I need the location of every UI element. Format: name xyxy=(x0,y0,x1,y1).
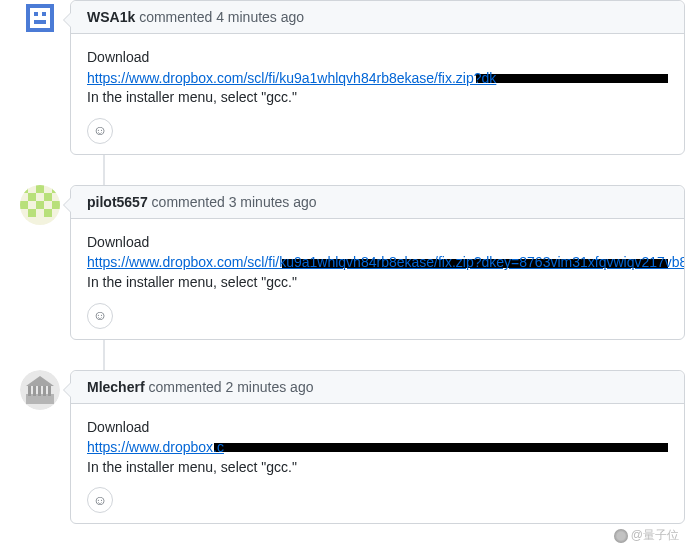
watermark-text: @量子位 xyxy=(631,527,679,544)
comment-body: Download https://www.dropbox.c In the in… xyxy=(71,404,684,524)
svg-rect-23 xyxy=(48,386,51,396)
watermark-icon xyxy=(614,529,628,543)
timestamp-link[interactable]: 4 minutes ago xyxy=(216,9,304,25)
author-link[interactable]: pilot5657 xyxy=(87,194,148,210)
download-link[interactable]: https://www.dropbox.com/scl/fi/ku9a1whlq… xyxy=(87,69,496,89)
comment-box: Mlecherf commented 2 minutes ago Downloa… xyxy=(70,370,685,525)
author-link[interactable]: Mlecherf xyxy=(87,379,145,395)
avatar[interactable] xyxy=(20,370,60,410)
download-link[interactable]: https://www.dropbox.c xyxy=(87,438,224,458)
svg-rect-3 xyxy=(34,12,38,16)
comment-header: Mlecherf commented 2 minutes ago xyxy=(71,371,684,404)
add-reaction-button[interactable]: ☺ xyxy=(87,487,113,513)
download-label: Download xyxy=(87,233,668,253)
download-label: Download xyxy=(87,418,668,438)
comment-action: commented xyxy=(148,379,221,395)
redaction-bar xyxy=(214,443,668,452)
add-reaction-button[interactable]: ☺ xyxy=(87,118,113,144)
smile-icon: ☺ xyxy=(93,121,107,141)
smile-icon: ☺ xyxy=(93,306,107,326)
svg-rect-15 xyxy=(28,209,36,217)
svg-rect-10 xyxy=(28,193,36,201)
comment-header: pilot5657 commented 3 minutes ago xyxy=(71,186,684,219)
svg-rect-11 xyxy=(44,193,52,201)
comment-item: pilot5657 commented 3 minutes ago Downlo… xyxy=(70,185,687,340)
svg-rect-5 xyxy=(34,20,46,24)
svg-rect-4 xyxy=(42,12,46,16)
redaction-bar xyxy=(476,74,668,83)
timestamp-link[interactable]: 3 minutes ago xyxy=(229,194,317,210)
comment-item: Mlecherf commented 2 minutes ago Downloa… xyxy=(70,370,687,525)
instruction-text: In the installer menu, select "gcc." xyxy=(87,458,668,478)
svg-rect-20 xyxy=(33,386,36,396)
add-reaction-button[interactable]: ☺ xyxy=(87,303,113,329)
instruction-text: In the installer menu, select "gcc." xyxy=(87,273,668,293)
avatar[interactable] xyxy=(20,185,60,225)
comment-body: Download https://www.dropbox.com/scl/fi/… xyxy=(71,34,684,154)
svg-rect-2 xyxy=(30,8,50,28)
comment-body: Download https://www.dropbox.com/scl/fi/… xyxy=(71,219,684,339)
instruction-text: In the installer menu, select "gcc." xyxy=(87,88,668,108)
download-link[interactable]: https://www.dropbox.com/scl/fi/ku9a1whlq… xyxy=(87,253,684,273)
svg-rect-16 xyxy=(44,209,52,217)
svg-rect-9 xyxy=(52,185,60,193)
svg-rect-8 xyxy=(36,185,44,193)
download-label: Download xyxy=(87,48,668,68)
svg-rect-13 xyxy=(36,201,44,209)
svg-rect-22 xyxy=(43,386,46,396)
smile-icon: ☺ xyxy=(93,491,107,511)
svg-rect-7 xyxy=(20,185,28,193)
svg-rect-21 xyxy=(38,386,41,396)
comment-action: commented xyxy=(152,194,225,210)
comment-box: pilot5657 commented 3 minutes ago Downlo… xyxy=(70,185,685,340)
comment-action: commented xyxy=(139,9,212,25)
svg-rect-19 xyxy=(28,386,31,396)
timestamp-link[interactable]: 2 minutes ago xyxy=(226,379,314,395)
author-link[interactable]: WSA1k xyxy=(87,9,135,25)
comment-item: WSA1k commented 4 minutes ago Download h… xyxy=(70,0,687,155)
svg-rect-12 xyxy=(20,201,28,209)
svg-rect-14 xyxy=(52,201,60,209)
comment-header: WSA1k commented 4 minutes ago xyxy=(71,1,684,34)
watermark: @量子位 xyxy=(614,527,679,544)
avatar[interactable] xyxy=(20,0,60,40)
comment-box: WSA1k commented 4 minutes ago Download h… xyxy=(70,0,685,155)
